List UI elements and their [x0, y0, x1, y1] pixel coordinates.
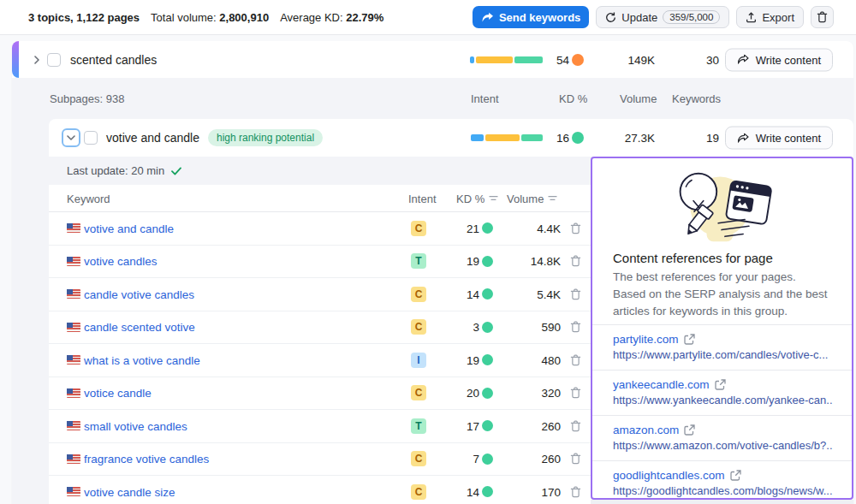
us-flag-icon	[67, 355, 80, 365]
col-intent: Intent	[471, 92, 499, 105]
intent-badge: C	[411, 287, 426, 302]
volume-value: 480	[541, 353, 561, 366]
topic-checkbox[interactable]	[47, 53, 61, 67]
panel-bottom-gap	[591, 500, 853, 504]
intent-bar-segment	[471, 134, 484, 141]
keyword-link[interactable]: candle votive candles	[84, 288, 194, 300]
reference-domain-link[interactable]: goodlightcandles.com	[613, 468, 741, 483]
kd-value: 19	[467, 353, 479, 366]
col-volume-sortable[interactable]: Volume	[507, 192, 557, 205]
us-flag-icon	[67, 257, 80, 266]
intent-bar-segment	[514, 56, 543, 63]
keyword-link[interactable]: small votive candles	[84, 419, 187, 432]
intent-bar-segment	[485, 134, 520, 141]
group-row-votive-and-candle[interactable]: votive and candle high ranking potential…	[49, 119, 853, 157]
refresh-icon	[605, 12, 616, 23]
group-checkbox[interactable]	[84, 131, 98, 145]
keyword-table: votive and candle C 21 4.4K votive candl…	[49, 212, 592, 504]
trash-icon	[570, 255, 581, 267]
write-content-button[interactable]: Write content	[725, 127, 833, 150]
reference-domain-link[interactable]: partylite.com	[613, 332, 695, 347]
us-flag-icon	[67, 388, 80, 398]
keyword-link[interactable]: votive candles	[84, 255, 158, 268]
reference-url[interactable]: https://www.amazon.com/votive-candles/b?…	[613, 439, 833, 453]
reference-links: partylite.com https://www.partylite.com/…	[592, 324, 852, 500]
intent-bar-segment	[521, 134, 543, 141]
kd-value: 3	[473, 321, 479, 334]
reference-domain-link[interactable]: yankeecandle.com	[613, 377, 726, 392]
average-kd: Average KD: 22.79%	[280, 11, 383, 24]
reference-item: amazon.com https://www.amazon.com/votive…	[592, 415, 852, 460]
col-volume: Volume	[620, 92, 657, 105]
delete-keyword-button[interactable]	[570, 420, 581, 432]
delete-keyword-button[interactable]	[570, 486, 581, 498]
write-content-button[interactable]: Write content	[725, 48, 833, 71]
chevron-right-icon[interactable]	[33, 56, 41, 64]
topic-accent-bar	[12, 41, 19, 78]
delete-keyword-button[interactable]	[570, 453, 581, 465]
group-kd-value: 16	[556, 132, 569, 145]
group-keywords-count: 19	[706, 132, 719, 145]
trash-icon	[817, 11, 828, 23]
chevron-down-icon	[67, 135, 75, 141]
kd-value: 17	[467, 419, 479, 432]
volume-value: 260	[541, 419, 561, 432]
kd-dot	[482, 420, 493, 431]
col-kd-sortable[interactable]: KD %	[456, 192, 498, 205]
kd-value: 19	[467, 255, 479, 268]
total-volume: Total volume: 2,800,910	[151, 11, 269, 24]
intent-badge: I	[411, 353, 426, 368]
trash-icon	[570, 486, 581, 498]
intent-badge: C	[411, 385, 426, 400]
group-kd-dot	[572, 132, 584, 144]
table-row: fragrance votive candles C 7 260	[49, 443, 592, 477]
topic-volume: 149K	[627, 53, 655, 66]
reference-url[interactable]: https://www.partylite.com/candles/votive…	[613, 348, 833, 362]
volume-value: 320	[541, 387, 561, 400]
collapse-toggle[interactable]	[62, 128, 80, 147]
sort-icon	[489, 195, 498, 202]
trash-icon	[570, 321, 581, 333]
external-link-icon	[715, 379, 726, 390]
trash-icon	[570, 387, 581, 399]
subpages-header: Subpages: 938 Intent KD % Volume Keyword…	[12, 78, 853, 119]
keyword-link[interactable]: votive candle size	[84, 485, 175, 498]
send-keywords-button[interactable]: Send keywords	[473, 6, 589, 28]
keyword-link[interactable]: votice candle	[84, 387, 152, 400]
reference-url[interactable]: https://goodlightcandles.com/blogs/news/…	[613, 484, 833, 498]
delete-keyword-button[interactable]	[570, 387, 581, 399]
delete-keyword-button[interactable]	[570, 255, 581, 267]
trash-icon	[570, 354, 581, 366]
send-arrow-icon	[481, 12, 494, 23]
intent-badge: C	[411, 451, 426, 466]
reference-url[interactable]: https://www.yankeecandle.com/yankee-can.…	[613, 394, 833, 407]
topic-name: scented candles	[70, 53, 157, 67]
export-button[interactable]: Export	[736, 6, 804, 28]
keyword-link[interactable]: votive and candle	[84, 222, 174, 234]
table-row: votive candle size C 14 170	[49, 476, 592, 504]
content-references-panel: Content references for page The best ref…	[591, 157, 853, 500]
keyword-link[interactable]: what is a votive candle	[84, 353, 200, 366]
delete-button[interactable]	[811, 6, 834, 28]
delete-keyword-button[interactable]	[570, 321, 581, 333]
us-flag-icon	[67, 421, 80, 430]
write-arrow-icon	[737, 133, 749, 143]
reference-item: goodlightcandles.com https://goodlightca…	[592, 460, 852, 500]
keyword-link[interactable]: fragrance votive candles	[84, 453, 209, 465]
keyword-link[interactable]: candle scented votive	[84, 321, 195, 334]
update-button[interactable]: Update 359/5,000	[596, 6, 729, 28]
toolbar: 3 topics, 1,122 pages Total volume: 2,80…	[0, 0, 856, 35]
topic-card: scented candles 54 149K 30 Write content…	[12, 41, 853, 504]
reference-domain-link[interactable]: amazon.com	[613, 423, 695, 437]
topic-intent-bar	[470, 56, 543, 63]
delete-keyword-button[interactable]	[570, 222, 581, 234]
us-flag-icon	[67, 323, 80, 332]
kd-dot	[482, 222, 493, 234]
topic-row-scented-candles[interactable]: scented candles 54 149K 30 Write content	[12, 41, 853, 78]
write-arrow-icon	[737, 55, 749, 65]
delete-keyword-button[interactable]	[570, 354, 581, 366]
group-intent-bar	[471, 134, 543, 141]
delete-keyword-button[interactable]	[570, 288, 581, 300]
intent-badge: C	[411, 221, 426, 236]
us-flag-icon	[67, 289, 80, 299]
